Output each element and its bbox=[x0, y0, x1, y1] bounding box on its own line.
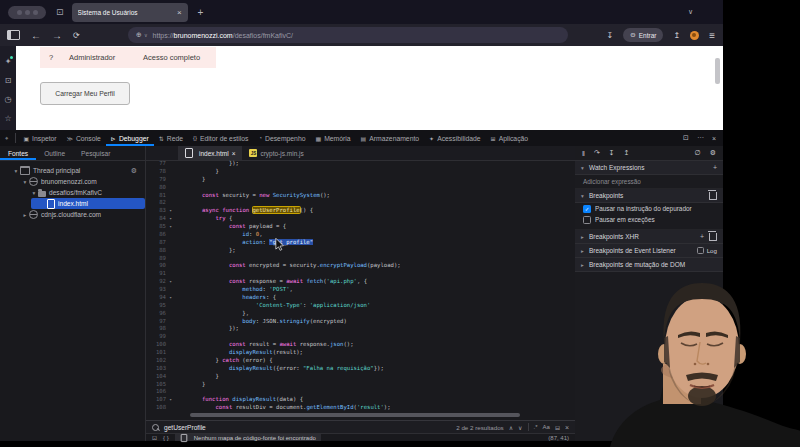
line-number[interactable]: 84 bbox=[146, 215, 166, 223]
add-watch-icon[interactable]: + bbox=[713, 164, 717, 171]
tree-twisty-icon[interactable]: ▾ bbox=[30, 190, 38, 196]
line-number[interactable]: 105 bbox=[146, 381, 166, 389]
code-line-84[interactable]: 84▾ try { bbox=[146, 215, 575, 223]
fold-arrow-icon[interactable]: ▾ bbox=[166, 396, 175, 404]
line-number[interactable]: 86 bbox=[146, 231, 166, 239]
devtools-tab-editor-de-estilos[interactable]: {}Editor de estilos bbox=[188, 130, 253, 146]
close-tab-icon[interactable]: × bbox=[232, 150, 236, 157]
code-line-95[interactable]: 95 'Content-Type': 'application/json' bbox=[146, 302, 575, 310]
firefox-view-icon[interactable]: ⊡ bbox=[56, 7, 64, 17]
line-number[interactable]: 94 bbox=[146, 294, 166, 302]
tab-outline[interactable]: Outline bbox=[36, 146, 73, 160]
editor-hscrollbar[interactable] bbox=[146, 413, 575, 418]
line-number[interactable]: 104 bbox=[146, 373, 166, 381]
line-number[interactable]: 96 bbox=[146, 310, 166, 318]
line-number[interactable]: 102 bbox=[146, 357, 166, 365]
devtools-tab-rede[interactable]: ⇅Rede bbox=[154, 130, 188, 146]
disable-breakpoints-icon[interactable]: ∅ bbox=[695, 149, 701, 157]
match-case-icon[interactable]: Aa bbox=[543, 424, 550, 430]
devtools-tab-console[interactable]: ≫Console bbox=[62, 130, 106, 146]
tree-twisty-icon[interactable]: ▸ bbox=[21, 212, 29, 218]
search-input[interactable]: getUserProfile bbox=[164, 424, 206, 431]
bookmarks-icon[interactable]: ☆ bbox=[4, 115, 11, 123]
xhr-breakpoints-header[interactable]: ▸ Breakpoints XHR + bbox=[575, 230, 723, 244]
checkbox-checked-icon[interactable]: ✓ bbox=[583, 205, 591, 213]
line-number[interactable]: 77 bbox=[146, 160, 166, 168]
tree-item-desafios-fmkafivc[interactable]: ▾desafios/fmKafivC bbox=[0, 187, 145, 198]
editor-tab-index-html[interactable]: index.html × bbox=[178, 146, 242, 160]
line-number[interactable]: 83 bbox=[146, 207, 166, 215]
line-number[interactable]: 88 bbox=[146, 247, 166, 255]
tab-pesquisar[interactable]: Pesquisar bbox=[73, 146, 118, 160]
line-number[interactable]: 85 bbox=[146, 223, 166, 231]
code-line-106[interactable]: 106 bbox=[146, 388, 575, 396]
code-line-100[interactable]: 100 const result = await response.json()… bbox=[146, 341, 575, 349]
pause-on-exceptions-row[interactable]: Pausar em exceções bbox=[575, 214, 723, 225]
pause-on-debugger-row[interactable]: ✓ Pausar na instrução do depurador bbox=[575, 203, 723, 214]
line-number[interactable]: 91 bbox=[146, 270, 166, 278]
checkbox-unchecked-icon[interactable] bbox=[583, 216, 591, 224]
code-line-102[interactable]: 102 } catch (error) { bbox=[146, 357, 575, 365]
thread-settings-gear-icon[interactable]: ⚙ bbox=[131, 167, 137, 175]
line-number[interactable]: 87 bbox=[146, 239, 166, 247]
devtools-tab-aplicação[interactable]: ⊞Aplicação bbox=[486, 130, 534, 146]
step-over-icon[interactable]: ↷ bbox=[594, 149, 600, 157]
code-line-108[interactable]: 108 const resultDiv = document.getElemen… bbox=[146, 404, 575, 412]
reload-icon[interactable]: ⟳ bbox=[73, 31, 80, 40]
history-icon[interactable]: ◷ bbox=[5, 96, 12, 104]
download-icon[interactable]: ↧ bbox=[607, 31, 614, 40]
code-line-104[interactable]: 104 } bbox=[146, 373, 575, 381]
menu-icon[interactable]: ≡ bbox=[709, 30, 715, 41]
code-line-79[interactable]: 79 } bbox=[146, 176, 575, 184]
pretty-print-icon[interactable]: { } bbox=[163, 435, 169, 441]
code-line-88[interactable]: 88 }; bbox=[146, 247, 575, 255]
remove-breakpoints-icon[interactable] bbox=[709, 192, 717, 200]
code-line-78[interactable]: 78 } bbox=[146, 168, 575, 176]
devtools-tab-pick-element[interactable]: ⌖ bbox=[0, 130, 13, 146]
tree-item-thread-principal[interactable]: ▾Thread principal⚙ bbox=[0, 165, 145, 176]
devtools-tab-acessibilidade[interactable]: ✦Acessibilidade bbox=[424, 130, 485, 146]
tree-item-cdnjs-cloudflare-com[interactable]: ▸cdnjs.cloudflare.com bbox=[0, 209, 145, 220]
url-bar[interactable]: ⊕ ∨ https://brunomenozzi.com/desafios/fm… bbox=[128, 27, 568, 43]
tab-overview-icon[interactable]: ⊡ bbox=[5, 77, 12, 85]
sign-in-button[interactable]: ⊙ Entrar bbox=[623, 28, 663, 42]
site-identity-icon[interactable]: ⊕ bbox=[136, 31, 142, 39]
line-number[interactable]: 81 bbox=[146, 192, 166, 200]
code-line-80[interactable]: 80 bbox=[146, 184, 575, 192]
back-icon[interactable]: ← bbox=[31, 30, 41, 41]
tree-item-brunomenozzi-com[interactable]: ▾brunomenozzi.com bbox=[0, 176, 145, 187]
line-number[interactable]: 100 bbox=[146, 341, 166, 349]
forward-icon[interactable]: → bbox=[52, 30, 62, 41]
add-xhr-breakpoint-icon[interactable]: + bbox=[700, 233, 704, 240]
line-number[interactable]: 101 bbox=[146, 349, 166, 357]
blackbox-icon[interactable]: ⊡ bbox=[152, 434, 157, 441]
fold-arrow-icon[interactable]: ▾ bbox=[166, 207, 175, 215]
code-line-89[interactable]: 89 bbox=[146, 255, 575, 263]
code-line-96[interactable]: 96 }, bbox=[146, 310, 575, 318]
close-devtools-icon[interactable]: × bbox=[712, 135, 716, 142]
line-number[interactable]: 108 bbox=[146, 404, 166, 412]
code-line-103[interactable]: 103 displayResult({error: "Falha na requ… bbox=[146, 365, 575, 373]
code-line-107[interactable]: 107▾ function displayResult(data) { bbox=[146, 396, 575, 404]
fold-arrow-icon[interactable]: ▾ bbox=[166, 278, 175, 286]
line-number[interactable]: 99 bbox=[146, 333, 166, 341]
add-expression-input[interactable]: Adicionar expressão bbox=[575, 175, 723, 189]
search-next-icon[interactable]: ∨ bbox=[518, 424, 522, 431]
code-line-93[interactable]: 93 method: 'POST', bbox=[146, 286, 575, 294]
line-number[interactable]: 106 bbox=[146, 388, 166, 396]
code-line-105[interactable]: 105 } bbox=[146, 381, 575, 389]
line-number[interactable]: 95 bbox=[146, 302, 166, 310]
pause-icon[interactable]: ‖ bbox=[582, 150, 585, 157]
line-number[interactable]: 80 bbox=[146, 184, 166, 192]
code-line-99[interactable]: 99 bbox=[146, 333, 575, 341]
devtools-tab-armazenamento[interactable]: ▤Armazenamento bbox=[356, 130, 425, 146]
code-line-94[interactable]: 94▾ headers: { bbox=[146, 294, 575, 302]
line-number[interactable]: 90 bbox=[146, 262, 166, 270]
fold-arrow-icon[interactable]: ▾ bbox=[166, 294, 175, 302]
sidebar-toggle-icon[interactable] bbox=[7, 30, 20, 40]
code-line-86[interactable]: 86 id: 0, bbox=[146, 231, 575, 239]
new-tab-button[interactable]: + bbox=[198, 7, 204, 18]
load-profile-button[interactable]: Carregar Meu Perfil bbox=[40, 82, 130, 105]
window-controls[interactable] bbox=[8, 6, 46, 19]
devtools-tab-desempenho[interactable]: ◔Desempenho bbox=[253, 130, 310, 146]
